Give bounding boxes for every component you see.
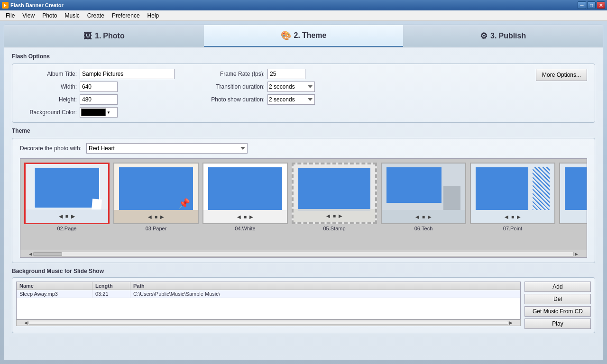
ctrl-prev-icon: ◀ <box>59 213 63 219</box>
music-cell-length: 03:21 <box>92 290 130 298</box>
music-table-wrapper: Name Length Path Sleep Away.mp3 03:21 C:… <box>16 282 591 329</box>
width-label: Width: <box>20 83 77 90</box>
photo-tab-label: Photo <box>103 32 124 40</box>
theme-section: Decorate the photo with: Red Heart 01.De… <box>12 138 595 263</box>
add-music-button[interactable]: Add <box>524 282 591 292</box>
menu-music[interactable]: Music <box>61 11 83 20</box>
transition-select-wrapper: 2 seconds 1 second 3 seconds <box>267 82 348 92</box>
thumb-label-03paper: 03.Paper <box>113 226 199 231</box>
ctrl-next-stamp-icon: ▶ <box>339 213 342 218</box>
menu-create[interactable]: Create <box>83 11 108 20</box>
title-bar-left: F Flash Banner Creator <box>2 2 64 9</box>
music-section: Name Length Path Sleep Away.mp3 03:21 C:… <box>12 277 595 333</box>
ctrl-prev-stamp-icon: ◀ <box>326 213 330 218</box>
theme-select[interactable]: Red Heart 01.Default 02.Page 03.Paper 04… <box>86 143 248 154</box>
photo-show-select-wrapper: 2 seconds 1 second 3 seconds <box>267 94 348 105</box>
album-title-label: Album Title: <box>20 71 77 77</box>
scrollbar-thumb[interactable] <box>34 252 62 256</box>
decorate-label: Decorate the photo with: <box>20 145 82 152</box>
title-bar: F Flash Banner Creator ─ □ ✕ <box>0 0 607 10</box>
main-container: 🖼 1. Photo 🎨 2. Theme ⚙ 3. Publish Flash… <box>0 21 607 364</box>
music-buttons: Add Del Get Music From CD Play <box>524 282 591 329</box>
scroll-left-icon[interactable]: ◀ <box>28 252 33 256</box>
music-row[interactable]: Sleep Away.mp3 03:21 C:\Users\Public\Mus… <box>17 290 520 298</box>
album-title-input[interactable] <box>80 69 175 79</box>
color-swatch <box>81 109 106 116</box>
transition-select[interactable]: 2 seconds 1 second 3 seconds <box>267 82 315 92</box>
photo-tab-number: 1. <box>95 32 101 40</box>
publish-tab-number: 3. <box>490 32 497 40</box>
photo-show-select[interactable]: 2 seconds 1 second 3 seconds <box>267 94 315 105</box>
theme-thumb-08[interactable]: ◀ ■ ▶ 0 <box>559 163 587 243</box>
ctrl-play-stamp-icon: ■ <box>333 213 336 218</box>
music-table-area: Name Length Path Sleep Away.mp3 03:21 C:… <box>16 282 521 329</box>
theme-thumb-06tech[interactable]: ◀ ■ ▶ 06.Tech <box>381 163 466 243</box>
tab-theme[interactable]: 🎨 2. Theme <box>204 25 404 47</box>
thumb-label-08: 0 <box>559 226 587 231</box>
app-icon: F <box>2 2 9 9</box>
music-scroll-left-icon[interactable]: ◀ <box>23 320 28 325</box>
thumbnail-scrollbar[interactable]: ◀ ▶ <box>20 250 587 257</box>
music-cell-path: C:\Users\Public\Music\Sample Music\ <box>130 290 520 298</box>
thumb-label-07point: 07.Point <box>470 226 555 231</box>
height-input[interactable] <box>80 94 118 105</box>
wizard-tabs: 🖼 1. Photo 🎨 2. Theme ⚙ 3. Publish <box>4 25 603 47</box>
thumb-img-05stamp: ◀ ■ ▶ <box>292 163 377 224</box>
music-scrollbar-track[interactable] <box>28 321 508 325</box>
tab-publish[interactable]: ⚙ 3. Publish <box>403 25 603 47</box>
maximize-button[interactable]: □ <box>587 1 596 9</box>
close-button[interactable]: ✕ <box>597 1 605 9</box>
ctrl-next-point-icon: ▶ <box>517 214 521 219</box>
decorate-row: Decorate the photo with: Red Heart 01.De… <box>20 143 587 154</box>
music-scroll-right-icon[interactable]: ▶ <box>508 320 514 325</box>
theme-thumb-02page[interactable]: ◀ ■ ▶ 02.Page <box>24 163 110 243</box>
theme-thumbnails-inner: ◀ ■ ▶ 02.Page 📌 <box>20 159 587 246</box>
more-options-button[interactable]: More Options... <box>536 69 587 81</box>
ctrl-next-icon: ▶ <box>71 213 75 219</box>
thumb-img-04white: ◀ ■ ▶ <box>202 163 288 224</box>
music-outer: Background Music for Slide Show Name Len… <box>12 268 595 333</box>
flash-options-section: Album Title: Width: Height: Background C… <box>12 64 595 123</box>
scroll-right-icon[interactable]: ▶ <box>574 252 579 256</box>
music-scrollbar[interactable]: ◀ ▶ <box>16 319 521 326</box>
frame-rate-label: Frame Rate (fps): <box>189 71 265 77</box>
ctrl-next-tech-icon: ▶ <box>428 214 432 219</box>
del-music-button[interactable]: Del <box>524 294 591 304</box>
options-right: Frame Rate (fps): Transition duration: 2… <box>189 69 348 105</box>
menu-preference[interactable]: Preference <box>108 11 144 20</box>
ctrl-play-paper-icon: ■ <box>155 214 157 219</box>
ctrl-next-white-icon: ▶ <box>249 214 253 219</box>
theme-thumb-05stamp[interactable]: ◀ ■ ▶ 05.Stamp <box>292 163 377 243</box>
menu-bar: File View Photo Music Create Preference … <box>0 10 607 21</box>
scrollbar-track[interactable] <box>33 252 574 256</box>
theme-thumb-03paper[interactable]: 📌 ◀ ■ ▶ 03.Paper <box>113 163 199 243</box>
more-options-area: More Options... <box>536 69 587 81</box>
publish-tab-label: Publish <box>498 32 526 40</box>
title-bar-buttons: ─ □ ✕ <box>578 1 605 9</box>
theme-thumb-04white[interactable]: ◀ ■ ▶ 04.White <box>202 163 288 243</box>
theme-thumb-07point[interactable]: ◀ ■ ▶ 07.Point <box>470 163 555 243</box>
thumb-img-02page: ◀ ■ ▶ <box>24 163 110 224</box>
bg-color-picker[interactable]: ▼ <box>80 107 118 118</box>
menu-photo[interactable]: Photo <box>38 11 61 20</box>
menu-file[interactable]: File <box>2 11 18 20</box>
get-music-button[interactable]: Get Music From CD <box>524 306 591 317</box>
minimize-button[interactable]: ─ <box>578 1 586 9</box>
col-header-name: Name <box>17 282 92 290</box>
thumb-label-06tech: 06.Tech <box>381 226 466 231</box>
options-left: Album Title: Width: Height: Background C… <box>20 69 165 118</box>
music-section-header: Background Music for Slide Show <box>12 268 595 274</box>
thumb-img-07point: ◀ ■ ▶ <box>470 163 555 224</box>
play-music-button[interactable]: Play <box>524 318 591 329</box>
music-table: Name Length Path Sleep Away.mp3 03:21 C:… <box>16 282 521 319</box>
menu-view[interactable]: View <box>18 11 38 20</box>
ctrl-prev-tech-icon: ◀ <box>415 214 419 219</box>
menu-help[interactable]: Help <box>144 11 163 20</box>
color-dropdown-arrow-icon[interactable]: ▼ <box>107 110 110 115</box>
ctrl-play-point-icon: ■ <box>511 214 514 219</box>
width-input[interactable] <box>80 82 118 92</box>
ctrl-prev-point-icon: ◀ <box>505 214 508 219</box>
frame-rate-input[interactable] <box>267 69 305 79</box>
photo-tab-icon: 🖼 <box>83 31 92 41</box>
tab-photo[interactable]: 🖼 1. Photo <box>4 25 204 47</box>
